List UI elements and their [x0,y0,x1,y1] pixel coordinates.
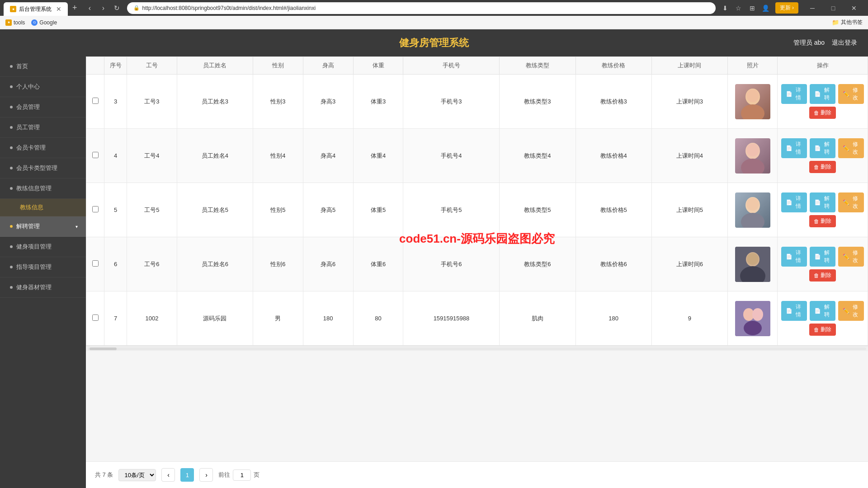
delete-button[interactable]: 🗑删除 [809,324,836,336]
sidebar-item-members[interactable]: 会员管理 [0,97,86,117]
jump-prefix: 前往 [218,471,230,479]
fire-button[interactable]: 📄解聘 [810,84,835,104]
scrollbar-thumb[interactable] [90,347,117,350]
row-workerid: 工号3 [127,75,177,129]
page-number-1[interactable]: 1 [180,468,194,482]
horizontal-scrollbar[interactable] [86,346,868,351]
row-checkbox[interactable] [92,206,99,212]
browser-tab[interactable]: ★ 后台管理系统 ✕ [4,2,68,16]
ext-icon[interactable]: ⊞ [746,2,758,14]
row-checkbox[interactable] [92,152,99,158]
bookmark-tools[interactable]: ★ tools [5,19,25,26]
sidebar-item-personal[interactable]: 个人中心 [0,77,86,97]
update-button[interactable]: 更新 › [775,2,798,14]
back-button[interactable]: ‹ [84,2,96,14]
row-checkbox[interactable] [92,314,99,321]
page-size-select[interactable]: 10条/页 20条/页 50条/页 [118,469,156,481]
svg-point-15 [752,308,763,321]
row-classtime: 上课时间4 [651,129,727,183]
forward-button[interactable]: › [97,2,110,14]
prev-page-button[interactable]: ‹ [161,468,175,482]
detail-button[interactable]: 📄详情 [781,192,807,212]
sidebar-item-fitness-proj[interactable]: 健身项目管理 [0,237,86,257]
col-classtime: 上课时间 [651,57,727,75]
svg-point-2 [746,89,759,102]
row-coachprice: 教练价格3 [576,75,651,129]
row-name: 员工姓名6 [177,237,253,291]
sidebar-item-cardtype[interactable]: 会员卡类型管理 [0,158,86,178]
detail-button[interactable]: 📄详情 [781,138,807,158]
row-checkbox[interactable] [92,260,99,267]
new-tab-button[interactable]: + [68,3,82,13]
logout-button[interactable]: 退出登录 [832,39,857,47]
sidebar-item-home[interactable]: 首页 [0,56,86,77]
row-height: 180 [303,291,353,346]
download-icon[interactable]: ⬇ [719,2,731,14]
row-coachtype: 教练类型3 [500,75,576,129]
page-jump-input[interactable] [233,469,251,481]
row-coachprice: 180 [576,291,651,346]
edit-button[interactable]: ✏️修改 [838,138,864,158]
bookmarks-bar: ★ tools G Google 📁 其他书签 [0,16,868,29]
content-area: code51.cn code51.cn code51.cn code51.cn … [86,56,868,488]
star-icon[interactable]: ☆ [733,2,745,14]
edit-button[interactable]: ✏️修改 [838,84,864,104]
delete-button[interactable]: 🗑删除 [809,107,836,119]
sidebar-item-equipment[interactable]: 健身器材管理 [0,277,86,298]
bookmark-google[interactable]: G Google [31,19,57,26]
sidebar-item-guide-proj[interactable]: 指导项目管理 [0,257,86,277]
tab-close-icon[interactable]: ✕ [56,5,61,13]
bookmark-google-icon: G [31,19,38,26]
table-container: 序号 工号 员工姓名 性别 身高 体重 手机号 教练类型 教练价格 上课时间 照 [86,56,868,346]
refresh-button[interactable]: ↻ [111,2,123,14]
jump-suffix: 页 [254,471,259,479]
row-phone: 手机号5 [403,183,500,237]
sidebar-item-dismiss[interactable]: 解聘管理 ▾ [0,216,86,237]
other-bookmarks[interactable]: 📁 其他书签 [832,19,863,26]
row-actions: 📄详情 📄解聘 ✏️修改 🗑删除 [778,183,868,237]
delete-button[interactable]: 🗑删除 [809,269,836,282]
profile-icon[interactable]: 👤 [760,2,772,14]
delete-button[interactable]: 🗑删除 [809,215,836,227]
sidebar-item-label: 个人中心 [16,83,40,91]
row-coachtype: 肌肉 [500,291,576,346]
sidebar-item-coach-info[interactable]: 教练信息 [0,199,86,216]
fire-button[interactable]: 📄解聘 [810,247,835,267]
edit-button[interactable]: ✏️修改 [838,301,864,321]
fire-button[interactable]: 📄解聘 [810,138,835,158]
col-index: 序号 [104,57,127,75]
row-gender: 性别5 [253,183,303,237]
maximize-button[interactable]: □ [823,0,844,16]
photo-placeholder [735,192,770,228]
detail-button[interactable]: 📄详情 [781,247,807,267]
sidebar-item-staff[interactable]: 员工管理 [0,117,86,138]
fire-button[interactable]: 📄解聘 [810,192,835,212]
row-photo [728,237,778,291]
detail-button[interactable]: 📄详情 [781,84,807,104]
address-bar[interactable]: 🔒 http://localhost:8080/springboot97s0t/… [127,2,716,14]
minimize-button[interactable]: ─ [802,0,823,16]
sidebar-item-coach-mgmt[interactable]: 教练信息管理 [0,178,86,199]
detail-button[interactable]: 📄详情 [781,301,807,321]
edit-icon: ✏️ [843,253,849,260]
fire-button[interactable]: 📄解聘 [810,301,835,321]
edit-button[interactable]: ✏️修改 [838,247,864,267]
table-row: 5 工号5 员工姓名5 性别5 身高5 体重5 手机号5 教练类型5 教练价格5… [86,183,868,237]
dot-icon [10,85,13,88]
row-photo [728,183,778,237]
col-checkbox [86,57,104,75]
edit-button[interactable]: ✏️修改 [838,192,864,212]
sidebar-item-membercard[interactable]: 会员卡管理 [0,138,86,158]
dot-icon [10,106,13,108]
row-checkbox[interactable] [92,98,99,104]
table-row: 4 工号4 员工姓名4 性别4 身高4 体重4 手机号4 教练类型4 教练价格4… [86,129,868,183]
close-button[interactable]: ✕ [844,0,864,16]
next-page-button[interactable]: › [199,468,213,482]
col-photo: 照片 [728,57,778,75]
row-workerid: 工号5 [127,183,177,237]
tab-favicon: ★ [10,6,16,12]
delete-button[interactable]: 🗑删除 [809,161,836,173]
sidebar-item-label: 会员卡管理 [16,144,46,152]
row-gender: 性别6 [253,237,303,291]
app-title: 健身房管理系统 [101,36,767,50]
